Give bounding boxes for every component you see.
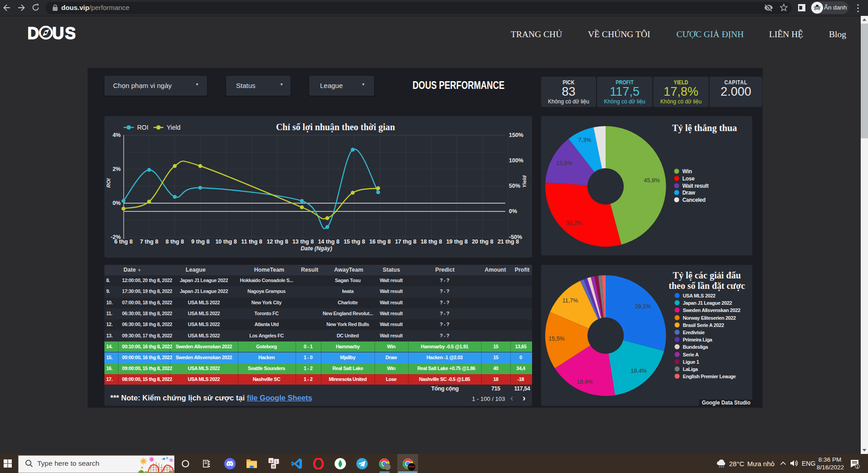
svg-text:9 thg 8: 9 thg 8: [191, 239, 209, 245]
svg-text:15,5%: 15,5%: [548, 336, 564, 342]
svg-text:29,1%: 29,1%: [635, 303, 651, 310]
svg-text:S: S: [65, 25, 75, 40]
svg-text:11 thg 8: 11 thg 8: [241, 239, 262, 245]
svg-text:Yield: Yield: [167, 124, 181, 131]
svg-text:7 thg 8: 7 thg 8: [140, 239, 158, 245]
svg-text:2%: 2%: [113, 166, 121, 172]
svg-text:21 thg 8: 21 thg 8: [498, 239, 519, 245]
svg-text:17 thg 8: 17 thg 8: [395, 239, 416, 245]
svg-text:8 thg 8: 8 thg 8: [166, 239, 184, 245]
svg-text:4%: 4%: [113, 132, 121, 138]
svg-text:18 thg 8: 18 thg 8: [420, 239, 442, 245]
svg-text:20 thg 8: 20 thg 8: [472, 239, 493, 245]
svg-text:11,7%: 11,7%: [562, 297, 578, 304]
svg-text:Chỉ số lợi nhuận theo thời gia: Chỉ số lợi nhuận theo thời gian: [276, 122, 395, 132]
svg-text:ROI: ROI: [106, 178, 111, 188]
svg-text:Tỷ lệ thắng thua: Tỷ lệ thắng thua: [672, 122, 737, 133]
svg-text:7,3%: 7,3%: [578, 137, 592, 143]
svg-text:30,2%: 30,2%: [566, 220, 582, 226]
svg-text:1: 1: [856, 464, 858, 469]
svg-text:U: U: [52, 25, 64, 40]
svg-text:13 thg 8: 13 thg 8: [292, 239, 314, 245]
svg-text:100%: 100%: [509, 157, 523, 164]
svg-text:i: i: [276, 459, 277, 464]
svg-text:14 thg 8: 14 thg 8: [318, 239, 339, 245]
svg-text:16 thg 8: 16 thg 8: [369, 239, 390, 245]
svg-text:u: u: [270, 458, 272, 463]
svg-text:Tỷ lệ các giải đấu: Tỷ lệ các giải đấu: [673, 269, 741, 281]
svg-text:6 thg 8: 6 thg 8: [114, 239, 133, 245]
svg-text:Date (Ngày): Date (Ngày): [301, 245, 332, 252]
svg-text:45,8%: 45,8%: [644, 177, 660, 184]
svg-text:Google Data Studio: Google Data Studio: [702, 399, 750, 406]
svg-text:15 thg 8: 15 thg 8: [344, 239, 365, 245]
svg-text:0%: 0%: [509, 208, 517, 215]
svg-text:theo số lần đặt cược: theo số lần đặt cược: [669, 280, 745, 291]
svg-text:12 thg 8: 12 thg 8: [266, 239, 288, 245]
svg-text:18,4%: 18,4%: [577, 379, 592, 385]
svg-text:n: n: [272, 464, 275, 468]
svg-text:ROI: ROI: [137, 124, 148, 131]
svg-text:Yield: Yield: [522, 175, 527, 188]
svg-text:0%: 0%: [113, 200, 121, 206]
svg-text:18,4%: 18,4%: [631, 368, 646, 374]
svg-text:150%: 150%: [509, 132, 523, 138]
svg-text:19 thg 8: 19 thg 8: [446, 239, 468, 245]
svg-text:D: D: [28, 25, 39, 40]
svg-text:50%: 50%: [509, 183, 520, 189]
svg-text:13,5%: 13,5%: [556, 160, 572, 166]
svg-text:10 thg 8: 10 thg 8: [215, 239, 237, 245]
